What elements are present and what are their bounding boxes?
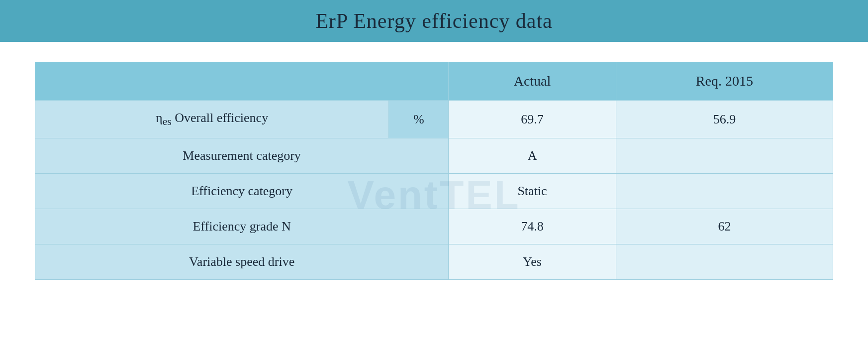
row-actual: A: [449, 138, 616, 174]
table-row: Efficiency grade N74.862: [35, 209, 833, 244]
col-header-label: [35, 62, 449, 101]
row-label: Efficiency category: [35, 174, 449, 209]
row-req2015: [616, 244, 833, 280]
table-row: Efficiency categoryStatic: [35, 174, 833, 209]
row-req2015: 56.9: [616, 101, 833, 138]
col-header-actual: Actual: [449, 62, 616, 101]
table-row: Measurement categoryA: [35, 138, 833, 174]
row-label: ηes Overall efficiency: [35, 101, 389, 138]
row-label: Measurement category: [35, 138, 449, 174]
row-label: Efficiency grade N: [35, 209, 449, 244]
row-req2015: 62: [616, 209, 833, 244]
table-header-row: Actual Req. 2015: [35, 62, 833, 101]
row-unit: %: [389, 101, 449, 138]
header-bar: ErP Energy efficiency data: [0, 0, 868, 42]
row-req2015: [616, 138, 833, 174]
row-req2015: [616, 174, 833, 209]
page-title: ErP Energy efficiency data: [315, 9, 553, 32]
efficiency-table: Actual Req. 2015 ηes Overall efficiency%…: [35, 62, 833, 280]
row-actual: Static: [449, 174, 616, 209]
row-label: Variable speed drive: [35, 244, 449, 280]
row-actual: 69.7: [449, 101, 616, 138]
col-header-req2015: Req. 2015: [616, 62, 833, 101]
data-table-wrapper: Actual Req. 2015 ηes Overall efficiency%…: [35, 62, 833, 280]
table-row: ηes Overall efficiency%69.756.9: [35, 101, 833, 138]
row-actual: Yes: [449, 244, 616, 280]
table-row: Variable speed driveYes: [35, 244, 833, 280]
row-actual: 74.8: [449, 209, 616, 244]
